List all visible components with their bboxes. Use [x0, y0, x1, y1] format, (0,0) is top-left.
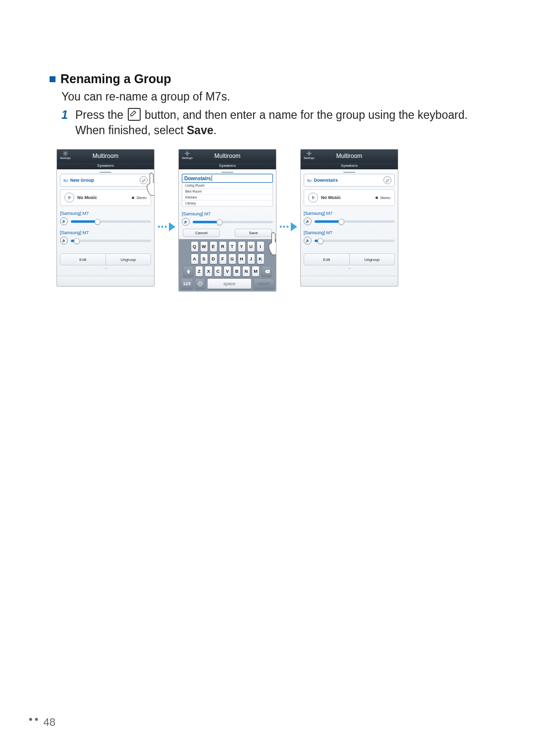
group-name: New Group — [70, 178, 94, 183]
key-space[interactable]: space — [207, 278, 252, 289]
mute-icon[interactable]: 🔈 — [60, 237, 68, 245]
key-x[interactable]: X — [205, 266, 213, 277]
speaker-item: [Samsung] M7 🔈 — [60, 230, 151, 245]
key-m[interactable]: M — [252, 266, 260, 277]
key-d[interactable]: D — [210, 253, 217, 264]
speaker-item: [Samsung] M7 🔈 — [60, 211, 151, 225]
key-t[interactable]: T — [228, 241, 236, 252]
now-playing[interactable]: No Music Stereo — [60, 189, 151, 206]
key-backspace[interactable] — [261, 266, 272, 277]
suggestion-item[interactable]: Living Room — [182, 183, 272, 188]
speaker-item: [Samsung] M7 🔈 — [304, 211, 395, 225]
ungroup-button[interactable]: Ungroup — [106, 254, 151, 265]
now-playing[interactable]: No Music Stereo — [304, 189, 395, 206]
app-title: Multiroom — [336, 152, 363, 159]
key-r[interactable]: R — [219, 241, 227, 252]
key-q[interactable]: Q — [191, 241, 199, 252]
mute-icon[interactable]: 🔈 — [60, 217, 68, 225]
speaker-item: [Samsung] M7 🔈 — [182, 211, 273, 226]
speaker-item: [Samsung] M7 🔈 — [304, 230, 395, 245]
key-y[interactable]: Y — [238, 241, 246, 252]
no-music-label: No Music — [321, 195, 341, 200]
suggestion-item[interactable]: Bed Room — [182, 188, 272, 194]
stereo-indicator: Stereo — [132, 196, 147, 200]
key-e[interactable]: E — [210, 241, 217, 252]
ungroup-button[interactable]: Ungroup — [350, 254, 395, 265]
key-c[interactable]: C — [214, 266, 222, 277]
settings-label: Settings — [304, 156, 315, 159]
screenshot-1: Settings Multiroom Speakers ≡♪ New Group — [56, 149, 155, 287]
key-b[interactable]: B — [233, 266, 241, 277]
collapse-chevron-icon[interactable]: ⌃ — [344, 267, 354, 272]
group-name-input[interactable]: Downstairs — [182, 174, 273, 183]
screenshot-2: Settings Multiroom Speakers Downstairs L… — [178, 149, 276, 292]
key-v[interactable]: V — [223, 266, 231, 277]
svg-line-8 — [67, 151, 67, 152]
footer-bar — [301, 276, 398, 286]
tab-speakers[interactable]: Speakers — [301, 162, 398, 169]
volume-slider[interactable] — [71, 240, 151, 242]
collapse-chevron-icon[interactable]: ⌃ — [101, 267, 110, 272]
key-z[interactable]: Z — [195, 266, 203, 277]
svg-line-7 — [63, 155, 64, 155]
group-header-row[interactable]: ≡♪ Downstairs — [304, 174, 395, 187]
stereo-indicator: Stereo — [375, 196, 390, 200]
volume-slider[interactable] — [71, 220, 151, 223]
group-header-row[interactable]: ≡♪ New Group — [60, 174, 151, 187]
key-return[interactable]: return — [253, 278, 274, 289]
intro-text: You can re-name a group of M7s. — [61, 90, 485, 103]
volume-slider[interactable] — [193, 221, 273, 223]
key-shift[interactable] — [183, 266, 194, 277]
settings-label: Settings — [60, 156, 71, 159]
mute-icon[interactable]: 🔈 — [304, 217, 312, 225]
volume-slider[interactable] — [315, 240, 395, 242]
settings-button[interactable]: Settings — [182, 151, 193, 159]
play-icon[interactable] — [308, 193, 318, 202]
footer-bar — [57, 276, 154, 286]
speaker-name: [Samsung] M7 — [182, 211, 273, 216]
suggestion-item[interactable]: Library — [182, 200, 272, 206]
bullet-square-icon — [50, 76, 55, 82]
section-title-row: Renaming a Group — [50, 72, 485, 86]
save-button[interactable]: Save — [235, 229, 272, 237]
playlist-icon: ≡♪ — [63, 178, 68, 183]
tab-speakers[interactable]: Speakers — [57, 162, 154, 169]
step-end: . — [214, 124, 216, 137]
handle-icon — [343, 172, 355, 173]
key-j[interactable]: J — [247, 253, 255, 264]
play-icon[interactable] — [64, 193, 74, 202]
mute-icon[interactable]: 🔈 — [304, 237, 312, 245]
edit-button[interactable]: Edit — [60, 254, 106, 265]
key-u[interactable]: U — [247, 241, 255, 252]
suggestion-item[interactable]: Kitchen — [182, 194, 272, 200]
rename-button[interactable] — [140, 176, 148, 184]
key-w[interactable]: W — [200, 241, 208, 252]
no-music-label: No Music — [77, 195, 97, 200]
group-name: Downstairs — [314, 178, 338, 183]
key-g[interactable]: G — [228, 253, 236, 264]
suggestions-list: Living Room Bed Room Kitchen Library — [182, 183, 273, 206]
key-123[interactable]: 123 — [180, 278, 193, 289]
key-a[interactable]: A — [191, 253, 199, 264]
key-h[interactable]: H — [238, 253, 246, 264]
key-f[interactable]: F — [219, 253, 227, 264]
pencil-icon — [128, 108, 141, 121]
edit-button[interactable]: Edit — [304, 254, 350, 265]
key-i[interactable]: I — [257, 241, 265, 252]
settings-button[interactable]: Settings — [60, 151, 71, 159]
cancel-button[interactable]: Cancel — [183, 229, 220, 237]
mute-icon[interactable]: 🔈 — [182, 218, 190, 226]
step-number: 1 — [61, 107, 75, 138]
tab-speakers[interactable]: Speakers — [179, 162, 276, 169]
key-globe[interactable] — [195, 278, 206, 289]
section-title: Renaming a Group — [60, 72, 171, 86]
handle-icon — [221, 172, 233, 173]
key-s[interactable]: S — [200, 253, 208, 264]
volume-slider[interactable] — [315, 220, 395, 223]
key-k[interactable]: K — [257, 253, 265, 264]
key-n[interactable]: N — [242, 266, 250, 277]
svg-point-0 — [64, 152, 66, 154]
rename-button[interactable] — [383, 176, 391, 184]
handle-icon — [100, 172, 111, 173]
settings-button[interactable]: Settings — [304, 151, 315, 159]
